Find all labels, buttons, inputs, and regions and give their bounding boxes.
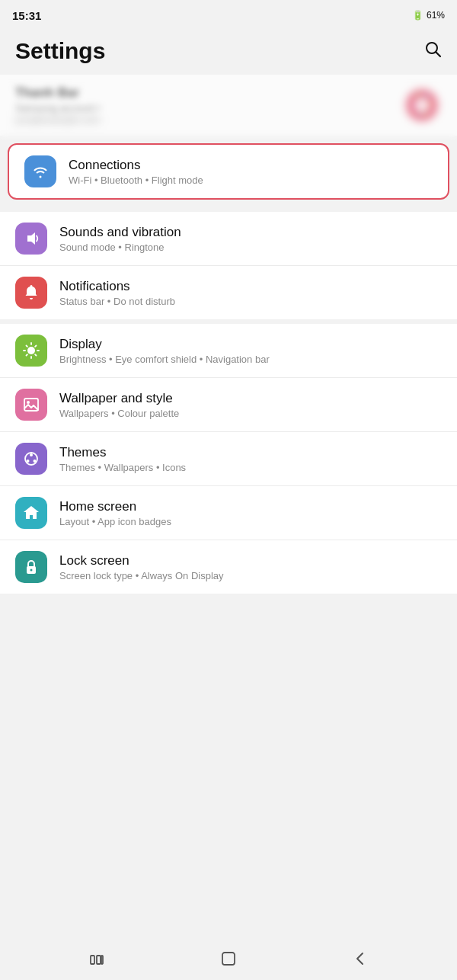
connections-group: Connections Wi-Fi • Bluetooth • Flight m… <box>0 140 457 207</box>
profile-info: Thanh Bar Samsung account • you@example.… <box>15 85 391 125</box>
themes-item[interactable]: Themes Themes • Wallpapers • Icons <box>0 432 457 486</box>
header: Settings <box>0 30 457 75</box>
notifications-title: Notifications <box>59 279 442 294</box>
sounds-text: Sounds and vibration Sound mode • Ringto… <box>59 225 442 253</box>
themes-icon-bg <box>15 443 47 475</box>
themes-text: Themes Themes • Wallpapers • Icons <box>59 445 442 473</box>
svg-point-17 <box>34 460 37 463</box>
svg-rect-24 <box>222 953 235 965</box>
svg-rect-21 <box>91 956 94 964</box>
display-text: Display Brightness • Eye comfort shield … <box>59 337 442 365</box>
display-title: Display <box>59 337 442 352</box>
lockscreen-icon-bg <box>15 551 47 583</box>
home-nav-icon <box>220 950 237 967</box>
connections-icon-bg <box>24 155 56 187</box>
svg-point-18 <box>27 460 30 463</box>
connections-text: Connections Wi-Fi • Bluetooth • Flight m… <box>69 158 433 186</box>
display-icon <box>21 341 41 360</box>
group-1: Sounds and vibration Sound mode • Ringto… <box>0 212 457 319</box>
sounds-title: Sounds and vibration <box>59 225 442 240</box>
home-button[interactable] <box>205 944 252 973</box>
wallpaper-icon-bg <box>15 389 47 421</box>
svg-rect-13 <box>24 399 38 411</box>
themes-title: Themes <box>59 445 442 460</box>
profile-email: you@example.com <box>15 114 391 125</box>
svg-point-16 <box>30 453 33 456</box>
status-icons: 🔋 61% <box>412 10 445 21</box>
homescreen-subtitle: Layout • App icon badges <box>59 516 442 527</box>
connections-item[interactable]: Connections Wi-Fi • Bluetooth • Flight m… <box>8 143 449 200</box>
lockscreen-text: Lock screen Screen lock type • Always On… <box>59 553 442 581</box>
themes-icon <box>21 449 41 469</box>
recent-apps-icon <box>88 950 105 967</box>
donut-avatar-icon <box>402 85 442 125</box>
lock-icon <box>21 557 41 577</box>
lockscreen-title: Lock screen <box>59 553 442 568</box>
notifications-icon-bg <box>15 277 47 309</box>
recent-apps-button[interactable] <box>73 944 120 973</box>
home-icon <box>21 503 41 523</box>
profile-section: Thanh Bar Samsung account • you@example.… <box>0 75 457 140</box>
sound-icon <box>21 229 41 248</box>
wallpaper-title: Wallpaper and style <box>59 391 442 406</box>
wallpaper-item[interactable]: Wallpaper and style Wallpapers • Colour … <box>0 378 457 432</box>
connections-title: Connections <box>69 158 433 173</box>
back-button[interactable] <box>337 944 384 973</box>
group-2: Display Brightness • Eye comfort shield … <box>0 324 457 594</box>
status-bar: 15:31 🔋 61% <box>0 0 457 30</box>
notifications-icon <box>21 283 41 303</box>
sounds-icon-bg <box>15 223 47 255</box>
profile-name: Thanh Bar <box>15 85 391 101</box>
search-icon <box>423 40 442 58</box>
lockscreen-subtitle: Screen lock type • Always On Display <box>59 570 442 581</box>
svg-point-20 <box>30 569 33 572</box>
wifi-icon <box>30 162 50 181</box>
status-time: 15:31 <box>12 9 41 22</box>
profile-account: Samsung account • <box>15 102 391 114</box>
svg-point-12 <box>27 347 35 354</box>
search-button[interactable] <box>423 40 442 62</box>
notifications-item[interactable]: Notifications Status bar • Do not distur… <box>0 266 457 319</box>
nav-bar <box>0 937 457 980</box>
profile-card: Thanh Bar Samsung account • you@example.… <box>0 75 457 136</box>
battery-percent: 61% <box>427 10 445 21</box>
sounds-item[interactable]: Sounds and vibration Sound mode • Ringto… <box>0 212 457 266</box>
display-item[interactable]: Display Brightness • Eye comfort shield … <box>0 324 457 378</box>
wallpaper-subtitle: Wallpapers • Colour palette <box>59 408 442 419</box>
display-subtitle: Brightness • Eye comfort shield • Naviga… <box>59 354 442 365</box>
notifications-text: Notifications Status bar • Do not distur… <box>59 279 442 307</box>
homescreen-item[interactable]: Home screen Layout • App icon badges <box>0 486 457 540</box>
back-icon <box>352 950 369 967</box>
themes-subtitle: Themes • Wallpapers • Icons <box>59 462 442 473</box>
svg-marker-11 <box>27 232 35 245</box>
main-content: Thanh Bar Samsung account • you@example.… <box>0 75 457 644</box>
svg-rect-23 <box>101 956 103 964</box>
notifications-subtitle: Status bar • Do not disturb <box>59 296 442 307</box>
sounds-subtitle: Sound mode • Ringtone <box>59 242 442 253</box>
wallpaper-icon <box>21 395 41 415</box>
homescreen-text: Home screen Layout • App icon badges <box>59 499 442 527</box>
connections-subtitle: Wi-Fi • Bluetooth • Flight mode <box>69 175 433 186</box>
wallpaper-text: Wallpaper and style Wallpapers • Colour … <box>59 391 442 419</box>
homescreen-icon-bg <box>15 497 47 529</box>
svg-line-1 <box>436 53 441 57</box>
avatar <box>402 85 442 125</box>
display-icon-bg <box>15 335 47 367</box>
svg-point-14 <box>27 401 30 404</box>
lockscreen-item[interactable]: Lock screen Screen lock type • Always On… <box>0 540 457 594</box>
svg-rect-22 <box>97 956 101 964</box>
svg-point-4 <box>415 98 429 112</box>
battery-icon: 🔋 <box>412 10 423 21</box>
page-title: Settings <box>15 38 105 64</box>
homescreen-title: Home screen <box>59 499 442 514</box>
